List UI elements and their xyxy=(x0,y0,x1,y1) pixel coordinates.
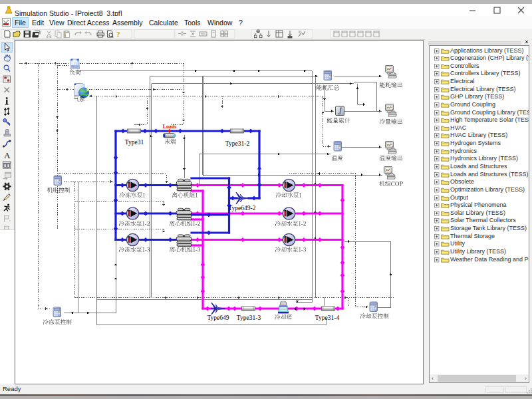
svg-text:Loads: Loads xyxy=(163,124,177,130)
svg-text:A: A xyxy=(4,150,11,160)
svg-text:?: ? xyxy=(116,30,120,38)
svg-text:Type649-2: Type649-2 xyxy=(228,205,255,211)
svg-text:Type31: Type31 xyxy=(125,139,144,146)
svg-text:Type649: Type649 xyxy=(207,315,229,321)
svg-text:Type31-4: Type31-4 xyxy=(315,315,340,321)
svg-text:Type31-3: Type31-3 xyxy=(237,315,261,321)
svg-text:Type31-2: Type31-2 xyxy=(225,140,250,147)
